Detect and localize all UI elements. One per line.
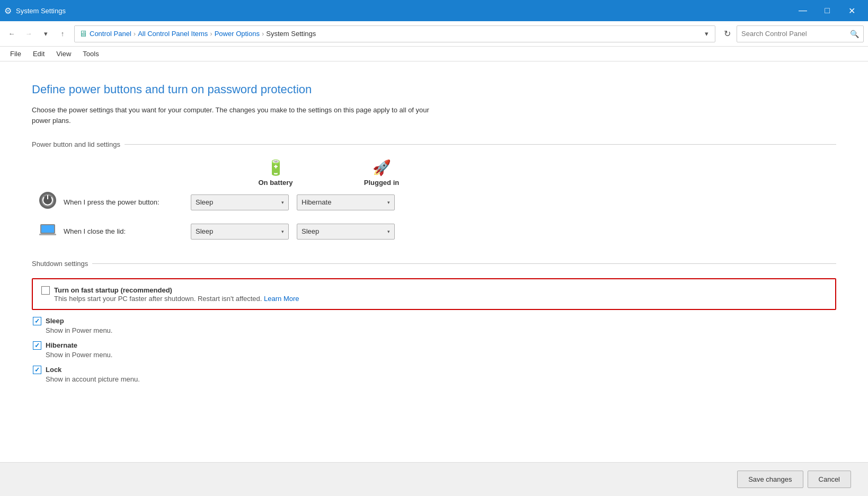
power-button-icon (32, 191, 64, 214)
save-changes-button[interactable]: Save changes (737, 471, 803, 488)
up-button[interactable]: ↑ (55, 26, 70, 41)
learn-more-link[interactable]: Learn More (264, 295, 299, 303)
settings-grid: 🔋 On battery 🚀 Plugged in When I press t… (32, 159, 836, 243)
power-button-section-header: Power button and lid settings (32, 140, 836, 148)
fast-startup-label: Turn on fast startup (recommended) (54, 286, 172, 294)
search-bar: 🔍 (737, 25, 864, 42)
fast-startup-desc: This helps start your PC faster after sh… (54, 295, 827, 303)
on-battery-header: 🔋 On battery (223, 159, 329, 187)
lid-close-battery-select-wrapper: Sleep ▾ (191, 224, 297, 240)
nav-bar: ← → ▾ ↑ 🖥 Control Panel › All Control Pa… (0, 21, 868, 47)
breadcrumb-current: System Settings (266, 30, 316, 38)
menu-view[interactable]: View (50, 47, 77, 60)
battery-icon: 🔋 (267, 159, 285, 176)
shutdown-section: Turn on fast startup (recommended) This … (32, 278, 836, 383)
window-title: System Settings (16, 7, 66, 15)
lid-close-plugged-value: Sleep (302, 227, 319, 235)
section1-divider (125, 144, 836, 145)
page-description: Choose the power settings that you want … (32, 105, 445, 126)
svg-rect-6 (39, 234, 56, 235)
power-button-plugged-value: Hibernate (302, 198, 331, 206)
sleep-label: Sleep (46, 317, 64, 325)
plugged-icon: 🚀 (373, 159, 391, 176)
shutdown-section-header: Shutdown settings (32, 260, 836, 268)
hibernate-header: Hibernate (33, 341, 77, 350)
lock-desc: Show in account picture menu. (46, 375, 140, 383)
hibernate-option-row: Hibernate Show in Power menu. (32, 341, 836, 359)
minimize-button[interactable]: — (791, 0, 815, 21)
power-button-plugged-select-wrapper: Hibernate ▾ (297, 194, 403, 210)
lock-checkbox[interactable] (33, 366, 41, 374)
power-button-label: When I press the power button: (64, 198, 191, 206)
search-icon[interactable]: 🔍 (850, 30, 859, 38)
power-button-battery-arrow: ▾ (281, 200, 284, 205)
address-bar: 🖥 Control Panel › All Control Panel Item… (74, 25, 715, 42)
bottom-bar: Save changes Cancel (0, 462, 868, 496)
fast-startup-box: Turn on fast startup (recommended) This … (32, 278, 836, 310)
fast-startup-header: Turn on fast startup (recommended) (41, 286, 827, 295)
lid-close-battery-select[interactable]: Sleep ▾ (191, 224, 289, 240)
on-battery-label: On battery (258, 179, 293, 187)
power-button-plugged-select[interactable]: Hibernate ▾ (297, 194, 395, 210)
main-content: Define power buttons and turn on passwor… (0, 61, 868, 462)
grid-header: 🔋 On battery 🚀 Plugged in (64, 159, 836, 187)
power-button-plugged-arrow: ▾ (387, 200, 390, 205)
menu-tools[interactable]: Tools (77, 47, 104, 60)
menu-file[interactable]: File (4, 47, 27, 60)
hibernate-label: Hibernate (46, 341, 77, 349)
title-bar-left: ⚙ System Settings (4, 6, 66, 16)
address-dropdown-arrow[interactable]: ▾ (703, 29, 711, 39)
lock-label: Lock (46, 366, 61, 374)
fast-startup-description: This helps start your PC faster after sh… (54, 295, 262, 303)
sleep-checkbox[interactable] (33, 317, 41, 325)
page-title: Define power buttons and turn on passwor… (32, 83, 836, 96)
refresh-button[interactable]: ↻ (720, 26, 734, 41)
back-button[interactable]: ← (4, 26, 19, 41)
menu-bar: File Edit View Tools (0, 47, 868, 61)
hibernate-checkbox[interactable] (33, 341, 41, 350)
title-bar-controls: — □ ✕ (791, 0, 864, 21)
window-icon: ⚙ (4, 6, 12, 16)
lid-close-row: When I close the lid: Sleep ▾ Sleep ▾ (32, 220, 836, 243)
lid-close-battery-arrow: ▾ (281, 229, 284, 234)
svg-rect-5 (41, 225, 54, 233)
lid-close-plugged-select[interactable]: Sleep ▾ (297, 224, 395, 240)
lock-option-row: Lock Show in account picture menu. (32, 365, 836, 383)
plugged-in-label: Plugged in (364, 179, 399, 187)
power-button-row: When I press the power button: Sleep ▾ H… (32, 191, 836, 214)
close-button[interactable]: ✕ (839, 0, 864, 21)
svg-rect-3 (47, 195, 48, 199)
fast-startup-checkbox[interactable] (41, 286, 50, 295)
cancel-button[interactable]: Cancel (808, 471, 851, 488)
power-button-battery-select[interactable]: Sleep ▾ (191, 194, 289, 210)
forward-button[interactable]: → (21, 26, 36, 41)
power-button-battery-select-wrapper: Sleep ▾ (191, 194, 297, 210)
dropdown-button[interactable]: ▾ (38, 26, 53, 41)
lock-header: Lock (33, 365, 61, 374)
maximize-button[interactable]: □ (815, 0, 839, 21)
breadcrumb-all-items[interactable]: All Control Panel Items (138, 30, 208, 38)
menu-edit[interactable]: Edit (27, 47, 50, 60)
lid-close-label: When I close the lid: (64, 227, 191, 235)
breadcrumb-control-panel[interactable]: Control Panel (90, 30, 131, 38)
lid-close-battery-value: Sleep (196, 227, 213, 235)
plugged-in-header: 🚀 Plugged in (329, 159, 435, 187)
section1-label: Power button and lid settings (32, 140, 120, 148)
hibernate-desc: Show in Power menu. (46, 351, 112, 359)
breadcrumb: Control Panel › All Control Panel Items … (90, 30, 701, 38)
sleep-desc: Show in Power menu. (46, 326, 112, 334)
lid-close-icon (32, 220, 64, 243)
sleep-header: Sleep (33, 316, 64, 325)
lid-close-plugged-select-wrapper: Sleep ▾ (297, 224, 403, 240)
section2-label: Shutdown settings (32, 260, 88, 268)
lid-close-plugged-arrow: ▾ (387, 229, 390, 234)
control-panel-icon: 🖥 (79, 29, 87, 39)
search-input[interactable] (741, 30, 848, 38)
sleep-option-row: Sleep Show in Power menu. (32, 316, 836, 334)
breadcrumb-power-options[interactable]: Power Options (215, 30, 260, 38)
section2-divider (92, 263, 836, 264)
power-button-battery-value: Sleep (196, 198, 213, 206)
title-bar: ⚙ System Settings — □ ✕ (0, 0, 868, 21)
